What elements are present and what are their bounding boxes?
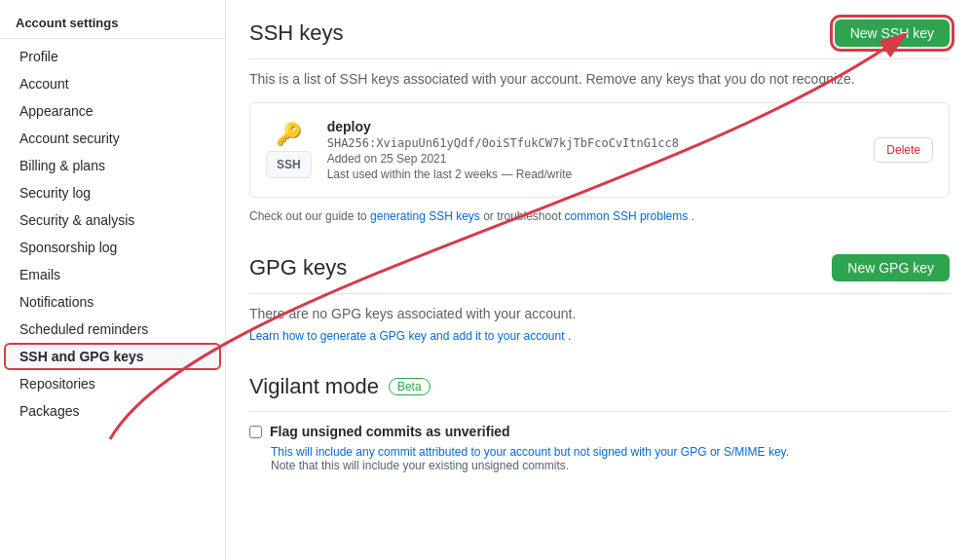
key-last-used: Last used within the last 2 weeks — Read… xyxy=(327,168,859,181)
ssh-section-title: SSH keys xyxy=(249,20,344,46)
sidebar-item-sponsorship-log[interactable]: Sponsorship log xyxy=(4,234,221,261)
gpg-section: GPG keys New GPG key There are no GPG ke… xyxy=(249,254,950,343)
sidebar-item-scheduled-reminders[interactable]: Scheduled reminders xyxy=(4,316,221,343)
sidebar-item-packages[interactable]: Packages xyxy=(4,397,221,425)
gpg-empty-text: There are no GPG keys associated with yo… xyxy=(249,306,950,321)
vigilant-title: Vigilant mode xyxy=(249,374,379,399)
gpg-learn-link[interactable]: Learn how to generate a GPG key and add … xyxy=(249,329,565,343)
sidebar-item-repositories[interactable]: Repositories xyxy=(4,370,221,397)
checkbox-note: Note that this will include your existin… xyxy=(271,459,950,472)
sidebar-item-account[interactable]: Account xyxy=(4,70,221,97)
delete-key-button[interactable]: Delete xyxy=(874,137,933,163)
vigilant-section: Vigilant mode Beta Flag unsigned commits… xyxy=(249,374,950,472)
key-name: deploy xyxy=(327,119,859,134)
sidebar: Account settings Profile Account Appeara… xyxy=(0,0,226,560)
unsigned-commits-label: Flag unsigned commits as unverified xyxy=(270,424,510,439)
unsigned-commits-checkbox[interactable] xyxy=(249,426,262,438)
ssh-section-header: SSH keys New SSH key xyxy=(249,19,950,59)
gpg-learn-text: Learn how to generate a GPG key and add … xyxy=(249,329,950,343)
new-ssh-key-button[interactable]: New SSH key xyxy=(835,19,950,47)
ssh-badge: SSH xyxy=(266,151,312,178)
sidebar-item-account-security[interactable]: Account security xyxy=(4,125,221,152)
ssh-guide-text: Check out our guide to generating SSH ke… xyxy=(249,209,950,223)
key-icon: 🔑 xyxy=(276,122,302,147)
sidebar-header: Account settings xyxy=(0,8,225,39)
sidebar-item-appearance[interactable]: Appearance xyxy=(4,97,221,125)
checkbox-description: This will include any commit attributed … xyxy=(271,445,950,459)
main-content: SSH keys New SSH key This is a list of S… xyxy=(226,0,973,560)
sidebar-item-notifications[interactable]: Notifications xyxy=(4,288,221,316)
beta-badge: Beta xyxy=(389,378,430,395)
sidebar-item-security-log[interactable]: Security log xyxy=(4,179,221,206)
common-ssh-problems-link[interactable]: common SSH problems xyxy=(565,209,689,223)
key-hash: SHA256:XviapuUn61yQdf/0oiSTfukCW7kjTbFco… xyxy=(327,136,859,150)
sidebar-item-ssh-gpg[interactable]: SSH and GPG keys xyxy=(4,343,221,370)
gpg-section-header: GPG keys New GPG key xyxy=(249,254,950,294)
key-info: deploy SHA256:XviapuUn61yQdf/0oiSTfukCW7… xyxy=(327,119,859,181)
ssh-section: SSH keys New SSH key This is a list of S… xyxy=(249,19,950,223)
ssh-key-card: 🔑 SSH deploy SHA256:XviapuUn61yQdf/0oiST… xyxy=(249,102,950,198)
key-added: Added on 25 Sep 2021 xyxy=(327,152,859,166)
ssh-info-text: This is a list of SSH keys associated wi… xyxy=(249,71,950,87)
gpg-section-title: GPG keys xyxy=(249,255,347,280)
sidebar-item-emails[interactable]: Emails xyxy=(4,261,221,288)
sidebar-item-security-analysis[interactable]: Security & analysis xyxy=(4,206,221,234)
vigilant-header: Vigilant mode Beta xyxy=(249,374,950,412)
unsigned-commits-row: Flag unsigned commits as unverified xyxy=(249,424,950,439)
generating-ssh-keys-link[interactable]: generating SSH keys xyxy=(370,209,480,223)
sidebar-item-profile[interactable]: Profile xyxy=(4,43,221,70)
sidebar-item-billing[interactable]: Billing & plans xyxy=(4,152,221,179)
new-gpg-key-button[interactable]: New GPG key xyxy=(832,254,950,281)
